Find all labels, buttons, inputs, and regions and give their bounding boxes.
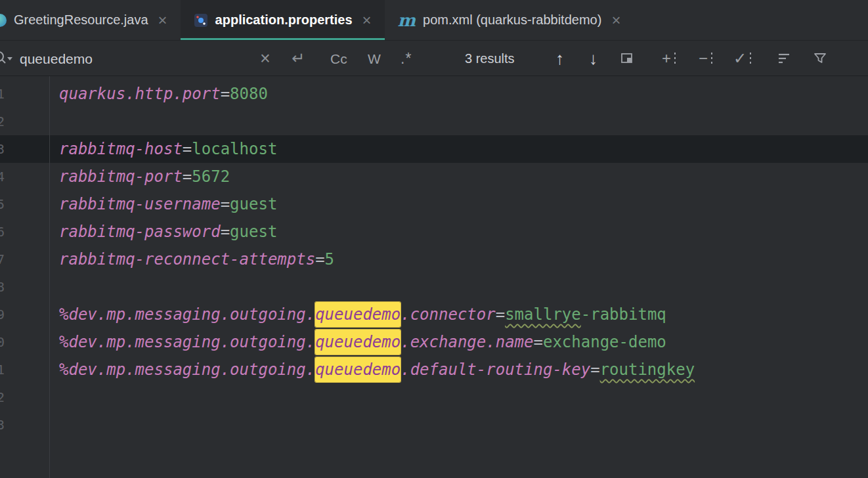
code-text[interactable]: %dev.mp.messaging.outgoing.queuedemo.exc… <box>49 333 666 351</box>
close-icon[interactable]: × <box>158 12 167 28</box>
code-text[interactable]: rabbitmq-password=guest <box>49 223 277 241</box>
code-segment: localhost <box>192 140 277 158</box>
code-line[interactable]: 6rabbitmq-password=guest <box>0 218 868 246</box>
match-case-toggle[interactable]: Cc <box>330 52 347 66</box>
line-number-gutter: 8 <box>0 279 49 295</box>
line-number-gutter: 13 <box>0 417 49 433</box>
code-line[interactable]: 2 <box>0 108 868 135</box>
code-text[interactable]: %dev.mp.messaging.outgoing.queuedemo.def… <box>49 360 695 379</box>
line-number: 8 <box>0 279 5 295</box>
code-line[interactable]: 9%dev.mp.messaging.outgoing.queuedemo.co… <box>0 301 868 328</box>
code-text[interactable]: %dev.mp.messaging.outgoing.queuedemo.con… <box>49 305 666 324</box>
search-match-highlight: queuedemo <box>315 357 401 382</box>
tab-application-properties[interactable]: application.properties × <box>181 0 385 40</box>
line-number-gutter: 4 <box>0 169 49 185</box>
filter-lines-icon[interactable] <box>777 51 791 66</box>
search-icon[interactable] <box>0 49 13 68</box>
code-segment: rabbitmq-reconnect-attempts <box>59 250 315 269</box>
code-line-caret[interactable]: 3rabbitmq-host=localhost <box>0 135 868 163</box>
close-icon[interactable]: × <box>611 12 620 28</box>
line-number-gutter: 3 <box>0 141 49 157</box>
line-number: 10 <box>0 334 5 350</box>
tab-label: pom.xml (quarkus-rabbitdemo) <box>423 12 601 28</box>
line-number: 11 <box>0 362 5 378</box>
code-segment: = <box>183 167 192 186</box>
code-segment: 8080 <box>230 85 268 103</box>
code-segment: .connector <box>401 305 496 324</box>
previous-occurrence-icon[interactable]: ↑ <box>555 50 564 67</box>
tab-pom-xml[interactable]: m pom.xml (quarkus-rabbitdemo) × <box>385 0 634 40</box>
results-count: 3 results <box>465 52 515 65</box>
properties-file-icon <box>194 13 208 28</box>
code-text[interactable]: rabbitmq-host=localhost <box>49 140 277 158</box>
line-number-gutter: 7 <box>0 251 49 267</box>
search-input[interactable]: queuedemo <box>20 52 93 66</box>
tab-label: application.properties <box>215 12 353 28</box>
gutter-separator <box>49 76 50 478</box>
code-line[interactable]: 5rabbitmq-username=guest <box>0 190 868 218</box>
newline-icon[interactable]: ↵ <box>292 51 305 66</box>
code-line[interactable]: 11%dev.mp.messaging.outgoing.queuedemo.d… <box>0 356 868 383</box>
filter-icon[interactable] <box>813 51 827 66</box>
code-segment: = <box>221 195 230 213</box>
line-number-gutter: 12 <box>0 389 49 405</box>
line-number: 9 <box>0 307 5 322</box>
select-all-occurrences-icon[interactable]: ✓ <box>733 51 751 66</box>
code-text[interactable]: rabbitmq-username=guest <box>49 195 277 213</box>
code-line[interactable]: 4rabbitmq-port=5672 <box>0 163 868 190</box>
code-segment: = <box>221 223 230 241</box>
code-segment: .default-routing-key <box>401 360 590 379</box>
line-number: 1 <box>0 86 5 102</box>
code-segment: smallrye <box>505 305 581 324</box>
editor-lines: 1quarkus.http.port=808023rabbitmq-host=l… <box>0 80 868 439</box>
close-icon[interactable]: × <box>362 12 372 28</box>
code-text[interactable]: rabbitmq-reconnect-attempts=5 <box>49 250 334 269</box>
line-number: 3 <box>0 141 5 157</box>
java-class-icon <box>0 14 7 27</box>
code-segment: -rabbitmq <box>581 305 666 324</box>
code-line[interactable]: 1quarkus.http.port=8080 <box>0 80 868 108</box>
regex-toggle[interactable]: .* <box>401 51 412 66</box>
maven-icon: m <box>398 12 416 29</box>
code-segment: rabbitmq-port <box>59 167 183 186</box>
code-line[interactable]: 12 <box>0 383 868 411</box>
line-number-gutter: 11 <box>0 362 49 378</box>
add-occurrence-icon[interactable]: + <box>662 51 676 66</box>
line-number: 2 <box>0 114 5 129</box>
line-number: 5 <box>0 196 5 212</box>
code-text[interactable]: quarkus.http.port=8080 <box>49 85 268 103</box>
code-segment: = <box>533 333 542 351</box>
code-segment: rabbitmq-host <box>59 140 183 158</box>
code-segment: %dev.mp.messaging.outgoing. <box>59 305 315 324</box>
code-text[interactable]: rabbitmq-port=5672 <box>49 167 230 186</box>
code-segment: rabbitmq-username <box>59 195 221 213</box>
code-segment: guest <box>230 223 277 241</box>
line-number-gutter: 5 <box>0 196 49 212</box>
code-segment: .exchange.name <box>401 333 533 351</box>
search-match-highlight: queuedemo <box>315 302 401 327</box>
line-number-gutter: 10 <box>0 334 49 350</box>
code-segment: = <box>315 250 324 269</box>
code-segment: %dev.mp.messaging.outgoing. <box>59 360 315 379</box>
code-line[interactable]: 8 <box>0 273 868 301</box>
code-segment: guest <box>230 195 277 213</box>
code-segment: = <box>590 360 599 379</box>
code-segment: = <box>496 305 505 324</box>
remove-occurrence-icon[interactable]: − <box>699 51 712 66</box>
code-segment: rabbitmq-password <box>59 223 221 241</box>
clear-search-icon[interactable]: × <box>260 50 271 68</box>
code-segment: = <box>183 140 192 158</box>
next-occurrence-icon[interactable]: ↓ <box>589 50 597 67</box>
code-line[interactable]: 7rabbitmq-reconnect-attempts=5 <box>0 246 868 273</box>
whole-words-toggle[interactable]: W <box>368 52 381 66</box>
search-in-selection-icon[interactable] <box>620 51 634 66</box>
tab-greetingresource-java[interactable]: GreetingResource.java × <box>0 0 181 40</box>
line-number-gutter: 9 <box>0 307 49 322</box>
code-line[interactable]: 10%dev.mp.messaging.outgoing.queuedemo.e… <box>0 328 868 356</box>
code-segment: 5672 <box>192 167 230 186</box>
editor[interactable]: 1quarkus.http.port=808023rabbitmq-host=l… <box>0 76 868 478</box>
code-line[interactable]: 13 <box>0 411 868 439</box>
search-match-highlight: queuedemo <box>315 330 401 355</box>
line-number: 6 <box>0 224 5 240</box>
line-number: 7 <box>0 251 5 267</box>
